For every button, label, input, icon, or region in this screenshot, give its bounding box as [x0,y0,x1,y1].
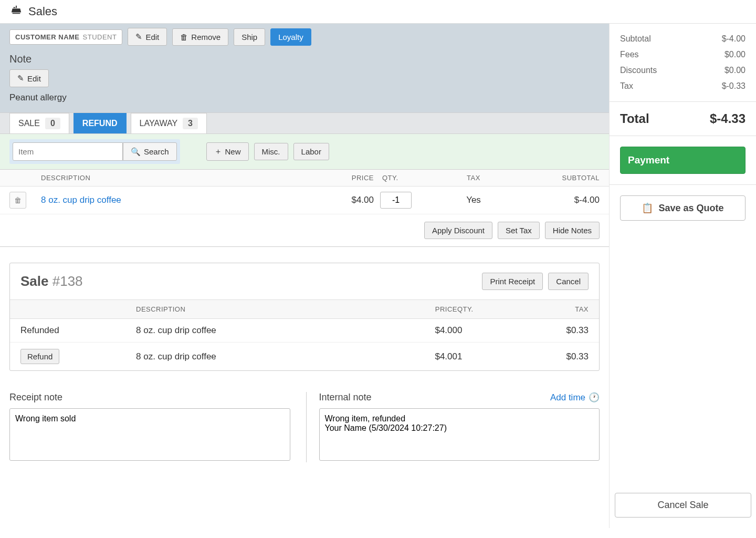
customer-panel: CUSTOMER NAME STUDENT ✎ Edit 🗑 Remove Sh… [0,24,609,112]
edit-customer-button[interactable]: ✎ Edit [128,28,167,46]
misc-button[interactable]: Misc. [254,143,288,160]
register-icon [10,4,22,19]
receipt-note-title: Receipt note [9,392,62,403]
tab-sale[interactable]: SALE 0 [9,113,69,133]
refunded-label: Refunded [20,325,136,336]
loyalty-button[interactable]: Loyalty [270,28,311,46]
ship-button[interactable]: Ship [234,28,265,46]
item-search-input[interactable] [13,142,123,161]
search-icon: 🔍 [131,147,141,157]
note-text: Peanut allergy [9,92,600,103]
pencil-icon: ✎ [135,32,142,42]
line-tax: Yes [432,195,516,205]
notes-section: Receipt note Internal note Add time 🕐 [0,387,609,473]
line-items-header: DESCRIPTION PRICE QTY. TAX SUBTOTAL [0,170,609,187]
subtotal-value: $-4.00 [722,34,746,44]
sale-table-header: DESCRIPTION PRICE QTY. TAX [10,300,599,319]
customer-role: STUDENT [83,33,117,41]
remove-customer-button[interactable]: 🗑 Remove [172,28,228,46]
internal-note-title: Internal note [319,392,372,403]
trash-icon: 🗑 [14,196,22,204]
item-link[interactable]: 8 oz. cup drip coffee [41,195,311,205]
item-toolbar: 🔍 Search ＋ New Misc. Labor [0,134,609,170]
note-heading: Note [9,53,600,65]
app-header: Sales [0,0,756,24]
total-value: $-4.33 [710,111,746,126]
sale-table-row: Refunded 8 oz. cup drip coffee $4.00 0 $… [10,319,599,343]
quote-icon: 📋 [642,202,653,214]
internal-note-textarea[interactable] [319,408,600,461]
save-as-quote-button[interactable]: 📋 Save as Quote [620,195,746,221]
tab-refund[interactable]: REFUND [74,113,127,133]
clock-icon: 🕐 [589,392,600,403]
customer-chip[interactable]: CUSTOMER NAME STUDENT [9,29,122,45]
cancel-receipt-button[interactable]: Cancel [548,273,589,290]
fees-value: $0.00 [724,50,746,59]
line-price: $4.00 [311,195,374,205]
discounts-value: $0.00 [724,66,746,75]
set-tax-button[interactable]: Set Tax [498,222,540,239]
cancel-sale-button[interactable]: Cancel Sale [615,493,751,518]
trash-icon: 🗑 [180,33,188,42]
line-subtotal: $-4.00 [516,195,600,205]
sale-title: Sale #138 [20,273,83,289]
edit-note-button[interactable]: ✎ Edit [9,69,49,87]
original-sale-panel: Sale #138 Print Receipt Cancel DESCRIPTI… [9,263,600,371]
receipt-note-textarea[interactable] [9,408,290,461]
tab-layaway[interactable]: LAYAWAY 3 [131,113,207,133]
add-time-link[interactable]: Add time 🕐 [550,392,600,403]
plus-icon: ＋ [214,147,222,157]
sale-table-row: Refund 8 oz. cup drip coffee $4.00 1 $0.… [10,343,599,370]
sale-tabs: SALE 0 REFUND LAYAWAY 3 [0,112,609,134]
line-item-row: 🗑 8 oz. cup drip coffee $4.00 Yes $-4.00 [0,187,609,214]
totals-sidebar: Subtotal$-4.00 Fees$0.00 Discounts$0.00 … [609,24,756,528]
hide-notes-button[interactable]: Hide Notes [545,222,600,239]
payment-button[interactable]: Payment [620,147,746,174]
search-button[interactable]: 🔍 Search [123,142,177,161]
apply-discount-button[interactable]: Apply Discount [424,222,492,239]
pencil-icon: ✎ [17,74,24,83]
page-title: Sales [28,5,57,18]
tax-value: $-0.33 [722,81,746,91]
print-receipt-button[interactable]: Print Receipt [482,273,543,290]
customer-name-label: CUSTOMER NAME [15,33,80,41]
qty-input[interactable] [380,192,412,209]
new-item-button[interactable]: ＋ New [206,142,249,161]
labor-button[interactable]: Labor [293,143,329,160]
refund-line-button[interactable]: Refund [20,349,59,364]
delete-line-button[interactable]: 🗑 [9,192,26,209]
line-actions: Apply Discount Set Tax Hide Notes [0,214,609,247]
